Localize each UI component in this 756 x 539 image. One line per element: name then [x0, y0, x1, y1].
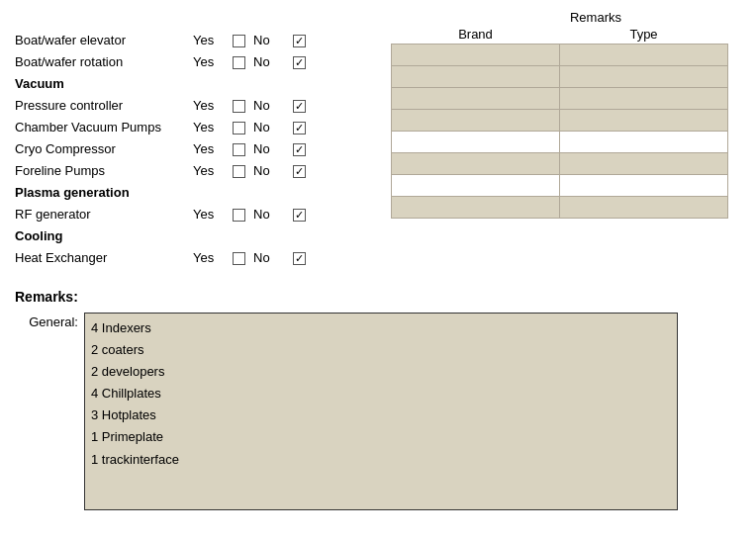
- top-section: Boat/wafer elevatorYesNo✓Boat/wafer rota…: [15, 10, 741, 269]
- remarks-line: 2 developers: [91, 361, 671, 383]
- type-cell: [560, 66, 728, 88]
- yes-label: Yes: [193, 30, 228, 51]
- table-row: [392, 197, 728, 219]
- table-row: [392, 66, 728, 88]
- equipment-row: Cooling: [15, 225, 391, 247]
- table-row: [392, 110, 728, 132]
- equipment-row: Cryo CompressorYesNo✓: [15, 138, 391, 160]
- top-remarks-label: Remarks: [391, 10, 741, 25]
- no-label: No: [253, 204, 288, 225]
- no-label: No: [253, 160, 288, 182]
- remarks-label: General:: [15, 313, 84, 329]
- brand-cell: [392, 45, 560, 66]
- no-label: No: [253, 95, 288, 117]
- no-checkbox[interactable]: ✓: [288, 56, 310, 69]
- yes-checkbox[interactable]: [228, 143, 249, 156]
- equipment-row: Heat ExchangerYesNo✓: [15, 247, 391, 269]
- type-cell: [560, 153, 728, 175]
- no-checkbox[interactable]: ✓: [288, 100, 310, 113]
- brand-cell: [392, 66, 560, 88]
- no-checkbox[interactable]: ✓: [288, 35, 310, 47]
- yes-checkbox[interactable]: [228, 56, 249, 69]
- type-cell: [560, 110, 728, 132]
- yes-label: Yes: [193, 51, 228, 73]
- remarks-line: 2 coaters: [91, 339, 671, 361]
- table-row: [392, 88, 728, 110]
- no-checkbox[interactable]: ✓: [288, 252, 310, 265]
- remarks-box: 4 Indexers2 coaters2 developers4 Chillpl…: [84, 313, 678, 510]
- table-row: [392, 175, 728, 197]
- yes-label: Yes: [193, 117, 228, 138]
- equipment-row: Chamber Vacuum PumpsYesNo✓: [15, 117, 391, 138]
- yes-checkbox[interactable]: [228, 100, 249, 113]
- remarks-line: 1 trackinterface: [91, 449, 671, 471]
- type-cell: [560, 45, 728, 66]
- type-cell: [560, 88, 728, 110]
- yes-label: Yes: [193, 160, 228, 182]
- no-label: No: [253, 30, 288, 51]
- equipment-row: Boat/wafer elevatorYesNo✓: [15, 30, 391, 51]
- table-row: [392, 153, 728, 175]
- row-label: Foreline Pumps: [15, 160, 193, 182]
- row-label: Heat Exchanger: [15, 247, 193, 269]
- row-label: Cooling: [15, 225, 193, 247]
- row-label: Boat/wafer elevator: [15, 30, 193, 51]
- no-checkbox[interactable]: ✓: [288, 165, 310, 178]
- type-cell: [560, 132, 728, 153]
- equipment-row: Vacuum: [15, 73, 391, 95]
- right-panel: Remarks Brand Type: [391, 10, 741, 269]
- remarks-section: Remarks: General: 4 Indexers2 coaters2 d…: [15, 289, 741, 510]
- table-row: [392, 45, 728, 66]
- yes-checkbox[interactable]: [228, 209, 249, 222]
- row-label: Chamber Vacuum Pumps: [15, 117, 193, 138]
- row-label: Plasma generation: [15, 182, 193, 204]
- type-header: Type: [560, 27, 728, 45]
- yes-label: Yes: [193, 247, 228, 269]
- equipment-row: Pressure controllerYesNo✓: [15, 95, 391, 117]
- brand-cell: [392, 175, 560, 197]
- remarks-line: 4 Chillplates: [91, 383, 671, 404]
- equipment-row: Foreline PumpsYesNo✓: [15, 160, 391, 182]
- row-label: Pressure controller: [15, 95, 193, 117]
- no-label: No: [253, 117, 288, 138]
- left-panel: Boat/wafer elevatorYesNo✓Boat/wafer rota…: [15, 10, 391, 269]
- equipment-row: Plasma generation: [15, 182, 391, 204]
- no-checkbox[interactable]: ✓: [288, 122, 310, 135]
- brand-cell: [392, 110, 560, 132]
- remarks-content: General: 4 Indexers2 coaters2 developers…: [15, 313, 741, 510]
- equipment-row: RF generatorYesNo✓: [15, 204, 391, 225]
- yes-label: Yes: [193, 95, 228, 117]
- brand-type-table: Brand Type: [391, 27, 728, 219]
- type-cell: [560, 175, 728, 197]
- row-label: RF generator: [15, 204, 193, 225]
- brand-header: Brand: [392, 27, 560, 45]
- remarks-line: 1 Primeplate: [91, 426, 671, 448]
- row-label: Cryo Compressor: [15, 138, 193, 160]
- remarks-line: 3 Hotplates: [91, 404, 671, 426]
- yes-checkbox[interactable]: [228, 165, 249, 178]
- no-label: No: [253, 247, 288, 269]
- table-row: [392, 132, 728, 153]
- no-checkbox[interactable]: ✓: [288, 209, 310, 222]
- yes-checkbox[interactable]: [228, 35, 249, 47]
- row-label: Vacuum: [15, 73, 193, 95]
- no-label: No: [253, 138, 288, 160]
- equipment-row: Boat/wafer rotationYesNo✓: [15, 51, 391, 73]
- rows-container: Boat/wafer elevatorYesNo✓Boat/wafer rota…: [15, 30, 391, 269]
- remarks-title: Remarks:: [15, 289, 741, 305]
- row-label: Boat/wafer rotation: [15, 51, 193, 73]
- yes-label: Yes: [193, 138, 228, 160]
- brand-cell: [392, 88, 560, 110]
- no-checkbox[interactable]: ✓: [288, 143, 310, 156]
- no-label: No: [253, 51, 288, 73]
- brand-cell: [392, 197, 560, 219]
- brand-cell: [392, 153, 560, 175]
- yes-checkbox[interactable]: [228, 252, 249, 265]
- brand-cell: [392, 132, 560, 153]
- type-cell: [560, 197, 728, 219]
- yes-checkbox[interactable]: [228, 122, 249, 135]
- remarks-line: 4 Indexers: [91, 317, 671, 339]
- yes-label: Yes: [193, 204, 228, 225]
